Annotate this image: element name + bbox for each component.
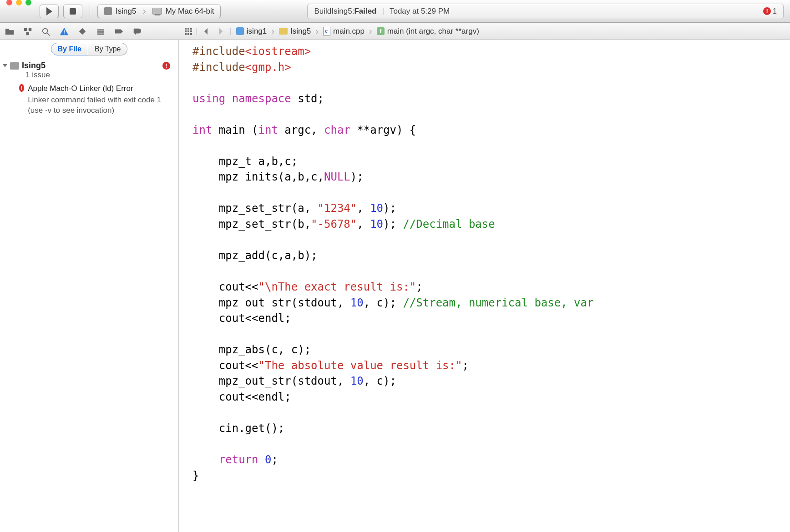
cpp-file-icon: [323, 27, 330, 35]
project-icon: [10, 62, 19, 70]
log-navigator-icon[interactable]: [132, 27, 142, 36]
svg-rect-10: [185, 28, 187, 30]
svg-rect-15: [190, 30, 192, 32]
error-icon: !: [19, 84, 24, 92]
window-traffic-lights: [6, 0, 31, 5]
close-icon[interactable]: [6, 0, 12, 5]
filter-row: By File By Type: [0, 40, 179, 58]
chevron-right-icon: ›: [142, 5, 146, 17]
svg-rect-6: [64, 33, 65, 34]
status-separator: |: [382, 7, 384, 16]
scheme-device[interactable]: My Mac 64-bit: [146, 5, 221, 18]
svg-rect-16: [185, 33, 187, 35]
scheme-target-label: Ising5: [116, 7, 136, 16]
main-split: By File By Type Ising5 ! 1 issue ! Apple…: [0, 40, 790, 532]
svg-rect-1: [29, 28, 31, 30]
project-icon: [236, 27, 244, 35]
activity-status[interactable]: Build Ising5 : Failed | Today at 5:29 PM…: [307, 4, 784, 19]
minimize-icon[interactable]: [16, 0, 22, 5]
status-error-count: 1: [773, 7, 777, 15]
project-name: Ising5: [22, 61, 46, 70]
project-row[interactable]: Ising5 !: [0, 58, 178, 71]
chevron-right-icon: ›: [271, 26, 274, 36]
breadcrumb-function[interactable]: f main (int argc, char **argv): [375, 27, 481, 36]
status-prefix: Build: [314, 7, 331, 16]
back-button[interactable]: [200, 27, 212, 35]
mac-icon: [152, 8, 162, 15]
related-items-icon[interactable]: [184, 27, 193, 36]
status-error-badge[interactable]: ! 1: [763, 7, 777, 15]
separator: [90, 5, 90, 17]
debug-navigator-icon[interactable]: [96, 27, 106, 36]
chevron-right-icon: ›: [369, 26, 372, 36]
issue-count: 1 issue: [0, 70, 178, 80]
jump-bar: | | ising1 › Ising5 › main.cpp › f main …: [179, 23, 790, 40]
svg-rect-2: [26, 32, 29, 35]
navigator-bar: | | ising1 › Ising5 › main.cpp › f main …: [0, 23, 790, 40]
svg-rect-17: [187, 33, 189, 35]
svg-rect-5: [64, 30, 65, 32]
scheme-selector[interactable]: Ising5 › My Mac 64-bit: [97, 5, 221, 18]
code-editor[interactable]: #include<iostream>#include<gmp.h> using …: [179, 40, 790, 532]
breakpoint-navigator-icon[interactable]: [114, 27, 124, 36]
folder-navigator-icon[interactable]: [5, 27, 15, 36]
function-icon: f: [377, 27, 385, 35]
status-result: Failed: [354, 7, 376, 16]
filter-segmented: By File By Type: [51, 43, 128, 55]
svg-point-3: [43, 28, 48, 33]
scheme-target[interactable]: Ising5: [98, 5, 142, 18]
breadcrumb-label: main.cpp: [333, 27, 365, 36]
navigator-icons: [0, 23, 179, 40]
search-icon[interactable]: [41, 27, 51, 36]
chevron-right-icon: ›: [315, 26, 319, 36]
svg-rect-11: [187, 28, 189, 30]
disclosure-triangle-icon[interactable]: [3, 64, 7, 67]
stop-icon: [70, 8, 76, 15]
zoom-icon[interactable]: [25, 0, 31, 5]
error-icon: !: [763, 7, 771, 15]
run-button[interactable]: [40, 5, 59, 18]
svg-rect-18: [190, 33, 192, 35]
folder-icon: [279, 28, 288, 35]
stop-button[interactable]: [63, 5, 82, 18]
status-project: Ising5: [331, 7, 352, 16]
breadcrumb-project[interactable]: ising1: [234, 27, 268, 36]
svg-rect-14: [187, 30, 189, 32]
breadcrumb-file[interactable]: main.cpp: [321, 27, 366, 36]
breadcrumb-label: main (int argc, char **argv): [387, 27, 479, 36]
svg-line-4: [47, 33, 50, 35]
play-icon: [46, 7, 52, 15]
svg-rect-0: [24, 28, 27, 30]
svg-rect-7: [97, 29, 104, 30]
breadcrumb-folder[interactable]: Ising5: [277, 27, 313, 36]
issue-detail: Linker command failed with exit code 1 (…: [28, 95, 173, 116]
svg-rect-8: [97, 31, 104, 33]
issue-navigator: By File By Type Ising5 ! 1 issue ! Apple…: [0, 40, 179, 532]
scheme-device-label: My Mac 64-bit: [166, 7, 214, 16]
svg-rect-12: [190, 28, 192, 30]
issue-navigator-icon[interactable]: [59, 27, 69, 36]
issue-title: Apple Mach-O Linker (ld) Error: [28, 84, 173, 93]
svg-rect-9: [97, 33, 104, 35]
svg-rect-13: [185, 30, 187, 32]
breadcrumb-label: ising1: [247, 27, 267, 36]
issue-item[interactable]: ! Apple Mach-O Linker (ld) Error Linker …: [0, 80, 178, 116]
target-icon: [104, 7, 112, 15]
filter-by-file[interactable]: By File: [51, 43, 88, 55]
test-navigator-icon[interactable]: [77, 27, 87, 36]
symbol-navigator-icon[interactable]: [23, 27, 33, 36]
filter-by-type[interactable]: By Type: [88, 43, 128, 55]
breadcrumb-label: Ising5: [290, 27, 311, 36]
status-timestamp: Today at 5:29 PM: [390, 7, 450, 16]
toolbar: Ising5 › My Mac 64-bit Build Ising5 : Fa…: [0, 0, 790, 23]
error-icon: !: [162, 62, 170, 70]
forward-button[interactable]: [215, 27, 227, 35]
